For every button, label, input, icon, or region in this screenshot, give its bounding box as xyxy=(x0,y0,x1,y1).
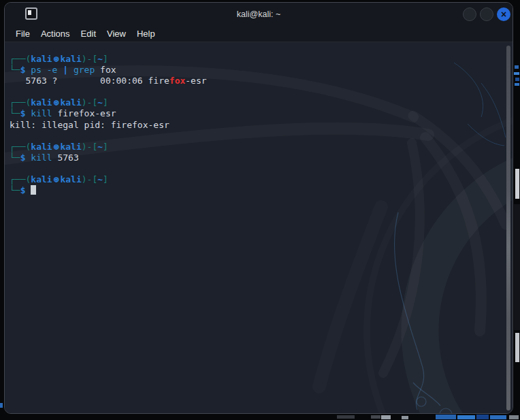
wallpaper-glitch xyxy=(337,415,355,419)
menu-item-actions[interactable]: Actions xyxy=(35,27,76,40)
terminal-line xyxy=(10,86,207,97)
wallpaper-glitch xyxy=(515,333,519,362)
terminal-text-segment: kali xyxy=(60,174,81,184)
terminal-text-segment: $ xyxy=(20,152,31,163)
terminal-text-segment: kali xyxy=(31,174,52,184)
window-title: kali@kali: ~ xyxy=(5,3,513,25)
terminal-line: 5763 ? 00:00:06 firefox-esr xyxy=(10,76,207,86)
window-controls: × xyxy=(463,7,510,21)
terminal-text-segment: ] xyxy=(103,174,108,184)
wallpaper-glitch xyxy=(514,204,520,330)
terminal-line: kill: illegal pid: firefox-esr xyxy=(10,120,207,131)
wallpaper-glitch xyxy=(476,415,489,419)
terminal-line: └─$ kill 5763 xyxy=(10,152,207,163)
terminal-line: ┌──(kali⊛kali)-[~] xyxy=(10,97,207,108)
wallpaper-glitch xyxy=(515,78,519,81)
terminal-line: ┌──(kali⊛kali)-[~] xyxy=(10,174,207,185)
menu-bar: FileActionsEditViewHelp xyxy=(5,25,513,42)
terminal-line xyxy=(10,131,207,142)
terminal-text-segment: kill: illegal pid: firefox-esr xyxy=(10,120,169,130)
terminal-text-segment: ] xyxy=(103,54,108,64)
wallpaper-glitch xyxy=(515,65,519,69)
terminal-text-segment: ⊛ xyxy=(52,142,61,152)
terminal-cursor xyxy=(31,185,36,195)
terminal-text-segment: kill xyxy=(31,152,57,163)
terminal-text-segment: ⊛ xyxy=(52,174,61,184)
terminal-line: └─$ xyxy=(10,185,207,196)
terminal-text-segment: firefox-esr xyxy=(57,108,116,118)
menu-item-help[interactable]: Help xyxy=(131,27,161,40)
terminal-text-segment: ┌──( xyxy=(10,174,31,184)
terminal-text-segment xyxy=(68,65,74,75)
terminal-text-segment: $ xyxy=(20,65,31,75)
terminal-text-segment: )-[ xyxy=(82,97,97,108)
terminal-text-segment: ⊛ xyxy=(52,54,61,64)
terminal-text-segment: ┌──( xyxy=(10,142,31,152)
wallpaper-glitch xyxy=(457,415,475,419)
terminal-text-segment: fox xyxy=(169,76,185,86)
wallpaper-glitch xyxy=(371,415,380,419)
wallpaper-glitch xyxy=(0,403,3,408)
terminal-text-segment: fox xyxy=(100,65,116,75)
desktop: { "window": { "title": "kali@kali: ~" },… xyxy=(0,0,520,420)
terminal-text-segment: ┌──( xyxy=(10,97,31,108)
wallpaper-glitch xyxy=(515,83,519,86)
terminal-output: ┌──(kali⊛kali)-[~]└─$ ps -e | grep fox 5… xyxy=(10,54,207,196)
wallpaper-glitch xyxy=(381,415,391,419)
title-bar[interactable]: kali@kali: ~ × xyxy=(5,3,513,25)
terminal-text-segment: -esr xyxy=(185,76,206,86)
menu-item-edit[interactable]: Edit xyxy=(76,27,101,40)
terminal-line: └─$ ps -e | grep fox xyxy=(10,65,207,76)
terminal-text-segment: ] xyxy=(103,97,108,108)
terminal-text-segment: kill xyxy=(31,108,57,118)
terminal-text-segment: )-[ xyxy=(82,54,97,64)
menu-item-file[interactable]: File xyxy=(10,27,35,40)
terminal-text-segment: └─ xyxy=(10,185,20,195)
terminal-text-segment: )-[ xyxy=(82,174,97,184)
terminal-text-segment: kali xyxy=(31,97,52,108)
terminal-text-segment: ~ xyxy=(97,142,103,152)
terminal-text-segment: $ xyxy=(20,108,31,118)
terminal-text-segment: | xyxy=(63,65,68,75)
terminal-text-segment: 5763 ? 00:00:06 fire xyxy=(10,76,169,86)
terminal-screen[interactable]: ┌──(kali⊛kali)-[~]└─$ ps -e | grep fox 5… xyxy=(5,42,513,413)
terminal-line: └─$ kill firefox-esr xyxy=(10,108,207,119)
wallpaper-glitch xyxy=(402,416,408,419)
terminal-text-segment: └─ xyxy=(10,108,20,118)
terminal-text-segment: kali xyxy=(31,54,52,64)
menu-item-view[interactable]: View xyxy=(101,27,131,40)
terminal-text-segment: kali xyxy=(60,142,81,152)
terminal-text-segment: kali xyxy=(31,142,52,152)
wallpaper-glitch xyxy=(490,415,506,419)
wallpaper-glitch xyxy=(436,415,456,419)
terminal-text-segment: ~ xyxy=(97,54,103,64)
terminal-text-segment: ┌──( xyxy=(10,54,31,64)
wallpaper-glitch xyxy=(514,72,519,75)
maximize-button[interactable] xyxy=(480,7,493,21)
terminal-text-segment: ⊛ xyxy=(52,97,61,108)
terminal-scrollbar[interactable] xyxy=(506,46,510,410)
terminal-text-segment: grep xyxy=(74,65,100,75)
wallpaper-glitch xyxy=(509,415,519,419)
terminal-line: ┌──(kali⊛kali)-[~] xyxy=(10,142,207,152)
terminal-text-segment: $ xyxy=(20,185,31,195)
terminal-text-segment: └─ xyxy=(10,152,20,163)
terminal-text-segment: ps -e xyxy=(31,65,63,75)
terminal-text-segment: └─ xyxy=(10,65,20,75)
terminal-text-segment: kali xyxy=(60,54,81,64)
minimize-button[interactable] xyxy=(463,7,476,21)
terminal-text-segment: kali xyxy=(60,97,81,108)
close-button[interactable]: × xyxy=(497,7,510,21)
wallpaper-glitch xyxy=(515,169,519,199)
terminal-text-segment: 5763 xyxy=(57,152,78,163)
terminal-window: kali@kali: ~ × FileActionsEditViewHelp xyxy=(4,2,513,414)
terminal-line: ┌──(kali⊛kali)-[~] xyxy=(10,54,207,65)
terminal-text-segment: )-[ xyxy=(82,142,97,152)
terminal-text-segment: ~ xyxy=(97,97,103,108)
terminal-text-segment: ] xyxy=(103,142,108,152)
terminal-line xyxy=(10,163,207,174)
terminal-text-segment: ~ xyxy=(97,174,103,184)
